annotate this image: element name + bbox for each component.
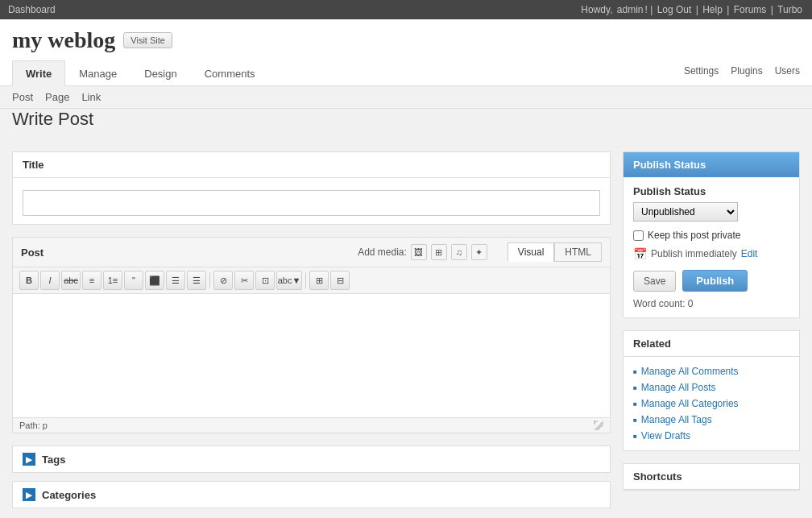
blockquote-button[interactable]: " xyxy=(124,271,143,290)
howdy-text: Howdy, xyxy=(581,4,612,15)
strikethrough-button[interactable]: abc xyxy=(61,271,81,290)
publish-actions: Save Publish xyxy=(633,270,789,292)
visit-site-button[interactable]: Visit Site xyxy=(123,32,172,48)
list-item: Manage All Categories xyxy=(633,396,789,412)
users-link[interactable]: Users xyxy=(775,65,800,77)
admin-bar: Dashboard Howdy, admin! | Log Out | Help… xyxy=(0,0,812,19)
align-right-button[interactable]: ☰ xyxy=(187,271,206,290)
view-drafts-link[interactable]: View Drafts xyxy=(641,430,690,441)
post-box-header: Post Add media: 🖼 ⊞ ♫ ✦ Visual HTML xyxy=(13,238,610,267)
related-box: Related Manage All Comments Manage All P… xyxy=(623,330,800,451)
main-nav-left: Write Manage Design Comments xyxy=(12,60,269,85)
video-media-icon[interactable]: ✦ xyxy=(471,244,487,260)
editor-body[interactable] xyxy=(13,294,610,415)
insert-button[interactable]: ⊡ xyxy=(255,271,275,290)
title-input[interactable] xyxy=(23,190,600,216)
keep-private-label: Keep this post private xyxy=(648,230,740,241)
site-header: my weblog Visit Site Write Manage Design… xyxy=(0,19,812,86)
nav-tab-comments[interactable]: Comments xyxy=(191,60,269,86)
nav-tab-write[interactable]: Write xyxy=(12,60,65,86)
editor-toolbar: B I abc ≡ 1≡ " ⬛ ☰ ☰ ⊘ ✂ ⊡ abc▼ ⊞ ⊟ xyxy=(13,267,610,294)
list-item: Manage All Posts xyxy=(633,379,789,396)
manage-all-categories-link[interactable]: Manage All Categories xyxy=(641,398,739,409)
help-link[interactable]: Help xyxy=(702,4,723,15)
dashboard-link[interactable]: Dashboard xyxy=(8,4,56,15)
editor-path: Path: p xyxy=(13,417,610,433)
list-item: Manage All Comments xyxy=(633,363,789,379)
post-box-top-row: Post Add media: 🖼 ⊞ ♫ ✦ Visual HTML xyxy=(13,238,610,267)
categories-box: ▶ Categories xyxy=(12,481,611,508)
status-dropdown[interactable]: Unpublished Published Draft Private xyxy=(633,202,738,222)
nav-tab-manage[interactable]: Manage xyxy=(65,60,130,86)
logout-link[interactable]: Log Out xyxy=(657,4,692,15)
publish-box: Publish Status Publish Status Unpublishe… xyxy=(623,151,800,318)
howdy-links: Howdy, admin! | Log Out | Help | Forums … xyxy=(581,4,804,15)
tags-box: ▶ Tags xyxy=(12,445,611,473)
site-title: my weblog xyxy=(12,27,115,53)
resize-handle[interactable] xyxy=(594,421,603,430)
post-box: Post Add media: 🖼 ⊞ ♫ ✦ Visual HTML xyxy=(12,237,611,433)
fullscreen-button[interactable]: ⊞ xyxy=(309,271,329,290)
main-column: Title Post Add media: 🖼 ⊞ ♫ xyxy=(12,151,611,516)
spellcheck-button[interactable]: abc▼ xyxy=(276,271,302,290)
main-nav: Write Manage Design Comments Settings Pl… xyxy=(12,60,800,85)
page-title: Write Post xyxy=(0,109,812,130)
toolbar-separator-1 xyxy=(209,272,210,288)
categories-label: Categories xyxy=(42,489,96,501)
publish-status-select: Unpublished Published Draft Private xyxy=(633,202,789,222)
list-item: View Drafts xyxy=(633,428,789,444)
manage-all-tags-link[interactable]: Manage All Tags xyxy=(641,414,712,425)
list-item: Manage All Tags xyxy=(633,412,789,428)
publish-immediately-label: Publish immediately xyxy=(651,248,737,259)
italic-button[interactable]: I xyxy=(40,271,60,290)
categories-collapse-arrow: ▶ xyxy=(23,488,35,501)
publish-box-content: Publish Status Unpublished Published Dra… xyxy=(624,177,799,317)
tags-label: Tags xyxy=(42,454,65,466)
sidebar: Publish Status Publish Status Unpublishe… xyxy=(623,151,800,516)
plugins-link[interactable]: Plugins xyxy=(731,65,762,77)
keep-private-checkbox[interactable] xyxy=(633,230,644,241)
edit-publish-time-link[interactable]: Edit xyxy=(741,248,758,259)
table-button[interactable]: ⊟ xyxy=(330,271,350,290)
manage-all-comments-link[interactable]: Manage All Comments xyxy=(641,366,739,377)
unordered-list-button[interactable]: ≡ xyxy=(82,271,102,290)
username-link[interactable]: admin xyxy=(617,4,644,15)
editor-tabs: Visual HTML xyxy=(508,242,602,262)
tags-box-header[interactable]: ▶ Tags xyxy=(13,446,610,472)
title-box-content xyxy=(13,178,610,224)
add-media-label: Add media: xyxy=(358,247,407,258)
manage-all-posts-link[interactable]: Manage All Posts xyxy=(641,382,716,393)
align-left-button[interactable]: ⬛ xyxy=(145,271,164,290)
categories-box-header[interactable]: ▶ Categories xyxy=(13,482,610,508)
toolbar-separator-2 xyxy=(305,272,306,288)
shortcuts-box-title: Shortcuts xyxy=(624,464,799,490)
unlink-button[interactable]: ✂ xyxy=(234,271,254,290)
save-button[interactable]: Save xyxy=(633,271,676,292)
ordered-list-button[interactable]: 1≡ xyxy=(103,271,122,290)
related-links-list: Manage All Comments Manage All Posts Man… xyxy=(624,357,799,450)
image-media-icon[interactable]: 🖼 xyxy=(411,244,427,260)
visual-tab[interactable]: Visual xyxy=(508,242,554,262)
shortcuts-box: Shortcuts xyxy=(623,463,800,491)
path-label: Path: p xyxy=(19,421,48,430)
forums-link[interactable]: Forums xyxy=(734,4,767,15)
turbo-link[interactable]: Turbo xyxy=(777,4,802,15)
settings-link[interactable]: Settings xyxy=(684,65,719,77)
site-title-area: my weblog Visit Site xyxy=(12,27,800,53)
nav-tab-design[interactable]: Design xyxy=(130,60,190,86)
html-tab[interactable]: HTML xyxy=(554,242,602,262)
publish-immediately-row: 📅 Publish immediately Edit xyxy=(633,247,789,260)
bold-button[interactable]: B xyxy=(19,271,39,290)
sub-nav-link[interactable]: Link xyxy=(81,91,101,103)
sub-nav-page[interactable]: Page xyxy=(45,91,69,103)
sub-nav-post[interactable]: Post xyxy=(12,91,33,103)
publish-button[interactable]: Publish xyxy=(682,270,748,292)
gallery-media-icon[interactable]: ⊞ xyxy=(431,244,447,260)
title-box-header: Title xyxy=(13,152,610,178)
align-center-button[interactable]: ☰ xyxy=(166,271,185,290)
tags-collapse-arrow: ▶ xyxy=(23,453,35,466)
post-box-label: Post xyxy=(21,247,44,259)
link-button[interactable]: ⊘ xyxy=(213,271,233,290)
publish-status-label: Publish Status xyxy=(633,185,789,197)
audio-media-icon[interactable]: ♫ xyxy=(451,244,467,260)
